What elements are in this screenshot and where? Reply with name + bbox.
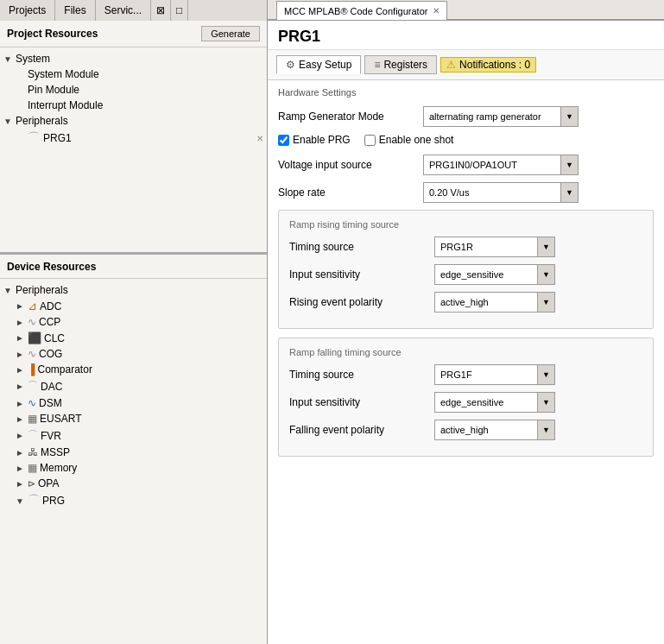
tree-interrupt-module[interactable]: Interrupt Module — [0, 98, 267, 113]
falling-input-sensitivity-value: edge_sensitive — [435, 397, 537, 407]
tab-window[interactable]: □ — [171, 0, 188, 21]
tab-registers[interactable]: ≡ Registers — [364, 55, 437, 74]
slope-rate-select[interactable]: 0.20 V/us ▼ — [423, 182, 579, 203]
register-icon: ≡ — [374, 59, 380, 71]
rising-timing-source-row: Timing source PRG1R ▼ — [289, 237, 642, 257]
tree-prg1[interactable]: ⌒ PRG1 ✕ — [0, 129, 267, 148]
device-tree-opa[interactable]: ► ⊳ OPA — [0, 476, 267, 491]
rising-timing-source-select[interactable]: PRG1R ▼ — [434, 237, 555, 257]
rising-input-sensitivity-value: edge_sensitive — [435, 269, 537, 280]
rising-event-polarity-arrow[interactable]: ▼ — [537, 293, 554, 312]
falling-input-sensitivity-arrow[interactable]: ▼ — [537, 393, 554, 412]
close-mcc-tab[interactable]: ✕ — [433, 6, 440, 16]
voltage-input-source-value: PRG1IN0/OPA1OUT — [424, 160, 560, 170]
ramp-generator-mode-arrow[interactable]: ▼ — [560, 107, 578, 126]
falling-event-polarity-value: active_high — [435, 425, 537, 435]
device-tree-dsm[interactable]: ► ∿ DSM — [0, 395, 267, 411]
falling-timing-source-label: Timing source — [289, 369, 427, 381]
rising-timing-source-arrow[interactable]: ▼ — [537, 237, 554, 256]
rising-event-polarity-value: active_high — [435, 297, 537, 307]
tab-mcc[interactable]: MCC MPLAB® Code Configurator ✕ — [276, 1, 447, 20]
ccp-icon: ∿ — [28, 316, 36, 328]
project-tree: ▼ System System Module Pin Module Interr… — [0, 47, 267, 255]
device-tree-fvr[interactable]: ► ⌒ FVR — [0, 426, 267, 445]
rising-input-sensitivity-row: Input sensitivity edge_sensitive ▼ — [289, 264, 642, 285]
device-resources-title: Device Resources — [7, 261, 96, 273]
warning-icon: ⚠ — [446, 59, 456, 71]
rising-input-sensitivity-select[interactable]: edge_sensitive ▼ — [434, 264, 555, 285]
tree-system[interactable]: ▼ System — [0, 51, 267, 66]
opa-icon: ⊳ — [28, 478, 35, 489]
page-title: PRG1 — [268, 21, 664, 50]
device-tree-dac[interactable]: ► ⌒ DAC — [0, 377, 267, 395]
slope-rate-label: Slope rate — [278, 186, 416, 199]
config-tab-bar: ⚙ Easy Setup ≡ Registers ⚠ Notifications… — [268, 50, 664, 80]
device-tree-memory[interactable]: ► ▦ Memory — [0, 460, 267, 476]
ramp-generator-mode-row: Ramp Generator Mode alternating ramp gen… — [278, 106, 654, 127]
device-tree-ccp[interactable]: ► ∿ CCP — [0, 314, 267, 330]
falling-event-polarity-row: Falling event polarity active_high ▼ — [289, 420, 642, 440]
device-tree-mssp[interactable]: ► 🖧 MSSP — [0, 445, 267, 460]
device-tree-cog[interactable]: ► ∿ COG — [0, 346, 267, 362]
device-tree-eusart[interactable]: ► ▦ EUSART — [0, 411, 267, 426]
mssp-icon: 🖧 — [28, 446, 38, 458]
rising-timing-source-value: PRG1R — [435, 242, 537, 252]
rising-event-polarity-select[interactable]: active_high ▼ — [434, 292, 555, 313]
tab-easy-setup[interactable]: ⚙ Easy Setup — [276, 55, 361, 74]
falling-input-sensitivity-select[interactable]: edge_sensitive ▼ — [434, 392, 555, 413]
arrow-peripherals: ▼ — [3, 117, 16, 126]
prg-device-icon: ⌒ — [28, 493, 40, 508]
tree-pin-module[interactable]: Pin Module — [0, 82, 267, 98]
falling-event-polarity-select[interactable]: active_high ▼ — [434, 420, 555, 440]
falling-timing-source-select[interactable]: PRG1F ▼ — [434, 364, 555, 385]
ramp-falling-section: Ramp falling timing source Timing source… — [278, 338, 654, 457]
rising-event-polarity-row: Rising event polarity active_high ▼ — [289, 292, 642, 313]
top-tab-bar: Projects Files Servic... ⊠ □ MCC MPLAB® … — [0, 0, 664, 21]
device-tree-comparator[interactable]: ► ▐ Comparator — [0, 362, 267, 377]
project-resources-header: Project Resources Generate — [0, 21, 267, 47]
rising-event-polarity-label: Rising event polarity — [289, 296, 427, 308]
notifications-badge[interactable]: ⚠ Notifications : 0 — [440, 57, 536, 73]
ramp-rising-section: Ramp rising timing source Timing source … — [278, 210, 654, 329]
rising-timing-source-label: Timing source — [289, 241, 427, 253]
rising-input-sensitivity-label: Input sensitivity — [289, 268, 427, 281]
tab-projects[interactable]: Projects — [0, 0, 55, 21]
prg1-close-button[interactable]: ✕ — [256, 134, 263, 143]
memory-icon: ▦ — [28, 462, 37, 474]
device-tree-clc[interactable]: ► ⬛ CLC — [0, 330, 267, 346]
tab-files[interactable]: Files — [55, 0, 95, 21]
falling-input-sensitivity-label: Input sensitivity — [289, 396, 427, 408]
enable-one-shot-checkbox-item[interactable]: Enable one shot — [364, 134, 454, 146]
prg-icon: ⌒ — [28, 130, 40, 146]
tree-system-module[interactable]: System Module — [0, 66, 267, 82]
tab-services[interactable]: Servic... — [96, 0, 151, 21]
tab-grid[interactable]: ⊠ — [151, 0, 171, 21]
device-tree: ▼ Peripherals ► ⊿ ADC ► ∿ CCP ► — [0, 279, 267, 644]
settings-area: Hardware Settings Ramp Generator Mode al… — [268, 80, 664, 644]
device-resources-header: Device Resources — [0, 255, 267, 279]
comparator-icon: ▐ — [28, 363, 35, 376]
voltage-input-source-arrow[interactable]: ▼ — [560, 155, 578, 174]
enable-one-shot-checkbox[interactable] — [364, 135, 376, 146]
falling-timing-source-arrow[interactable]: ▼ — [537, 365, 554, 384]
slope-rate-arrow[interactable]: ▼ — [560, 183, 578, 202]
ramp-generator-mode-select[interactable]: alternating ramp generator ▼ — [423, 106, 579, 127]
adc-icon: ⊿ — [28, 300, 37, 313]
dsm-icon: ∿ — [28, 397, 36, 409]
enable-prg-checkbox-item[interactable]: Enable PRG — [278, 134, 351, 146]
voltage-input-source-select[interactable]: PRG1IN0/OPA1OUT ▼ — [423, 155, 579, 175]
ramp-generator-mode-label: Ramp Generator Mode — [278, 110, 416, 123]
device-tree-adc[interactable]: ► ⊿ ADC — [0, 298, 267, 314]
falling-event-polarity-label: Falling event polarity — [289, 424, 427, 436]
generate-button[interactable]: Generate — [201, 26, 260, 41]
rising-input-sensitivity-arrow[interactable]: ▼ — [537, 265, 554, 284]
device-tree-prg[interactable]: ▼ ⌒ PRG — [0, 491, 267, 510]
enable-prg-checkbox[interactable] — [278, 135, 289, 146]
checkbox-row: Enable PRG Enable one shot — [278, 134, 654, 146]
ramp-rising-title: Ramp rising timing source — [289, 219, 642, 230]
device-tree-peripherals[interactable]: ▼ Peripherals — [0, 282, 267, 298]
ramp-generator-mode-value: alternating ramp generator — [424, 111, 560, 122]
tree-peripherals[interactable]: ▼ Peripherals — [0, 113, 267, 129]
falling-event-polarity-arrow[interactable]: ▼ — [537, 420, 554, 439]
slope-rate-value: 0.20 V/us — [424, 187, 560, 198]
